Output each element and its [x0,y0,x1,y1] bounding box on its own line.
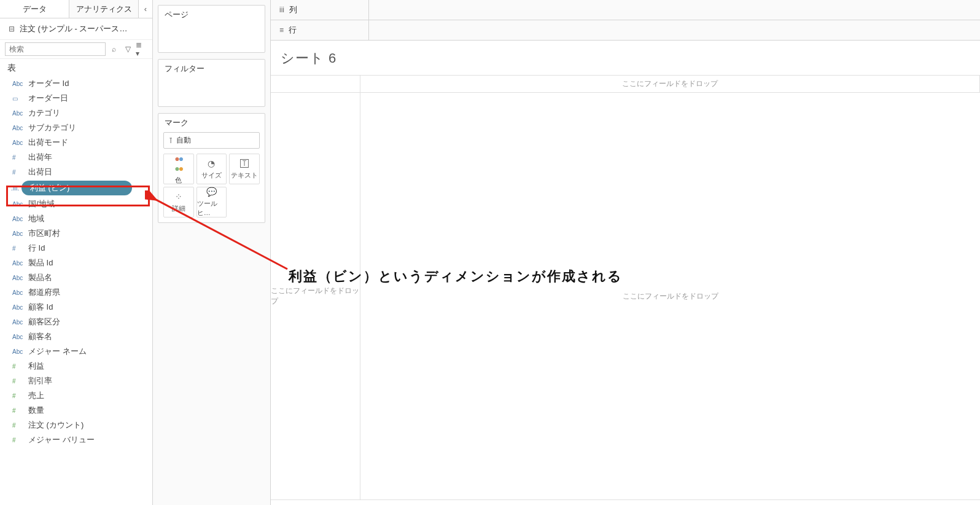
filters-card[interactable]: フィルター [158,59,265,107]
color-icon: ●●●● [174,154,182,173]
marks-color-label: 色 [175,176,182,185]
marks-detail-button[interactable]: ⁘ 詳細 [163,187,194,217]
datasource-icon: ⊟ [7,25,16,33]
field-item[interactable]: Abcカテゴリ [0,106,152,120]
rows-icon: ≡ [279,26,284,34]
search-input[interactable] [5,42,106,56]
marks-text-label: テキスト [231,171,258,180]
main-area: iii 列 ≡ 行 シート 6 ここにフィールドをドロップ ここにフィールドをド… [271,0,980,505]
view-mode-icon[interactable]: ≣ ▾ [136,42,147,56]
columns-label: 列 [289,4,297,15]
field-label: 顧客区分 [28,316,60,327]
marks-tooltip-button[interactable]: 💬 ツールヒ… [196,187,227,217]
field-item[interactable]: Abcサブカテゴリ [0,120,152,135]
field-list: Abcオーダー Id▭オーダー日AbcカテゴリAbcサブカテゴリAbc出荷モード… [0,75,152,505]
viz-drop-columns[interactable]: ここにフィールドをドロップ [360,76,980,93]
field-label: 国/地域 [28,198,55,209]
drop-text-columns: ここにフィールドをドロップ [622,79,718,89]
sidebar-tabs: データ アナリティクス ‹ [0,0,152,18]
columns-shelf[interactable]: iii 列 [271,0,980,20]
field-item[interactable]: #売上 [0,388,152,403]
marks-color-button[interactable]: ●●●● 色 [163,154,194,184]
field-item[interactable]: Abc顧客名 [0,329,152,344]
field-label: 顧客名 [28,331,52,342]
field-item[interactable]: #出荷日 [0,165,152,179]
viz-drop-main[interactable]: ここにフィールドをドロップ [360,93,980,500]
chevron-left-icon: ‹ [144,4,147,14]
field-item[interactable]: Abc地域 [0,211,152,226]
viz-drop-rows[interactable]: ここにフィールドをドロップ [271,93,360,500]
data-sidebar: データ アナリティクス ‹ ⊟ 注文 (サンプル - スーパース… ⌕ ▽ ≣ … [0,0,153,505]
field-item-profit-bin[interactable]: .ılı. 利益 (ビン) [0,179,152,197]
field-pill-profit-bin: 利益 (ビン) [21,181,132,195]
field-item[interactable]: #利益 [0,359,152,374]
field-item[interactable]: #割引率 [0,374,152,388]
field-label: 数量 [28,405,44,416]
field-label: 行 Id [28,243,45,254]
rows-label: 行 [289,25,297,36]
field-label: 利益 [28,361,44,372]
collapse-sidebar-button[interactable]: ‹ [139,0,152,18]
field-label: 市区町村 [28,228,60,239]
marks-size-button[interactable]: ◔ サイズ [196,154,227,184]
field-label: 出荷年 [28,152,52,163]
field-label: 製品 Id [28,257,53,268]
field-item[interactable]: Abc顧客区分 [0,315,152,329]
field-item[interactable]: Abc都道府県 [0,285,152,300]
field-item[interactable]: Abcメジャー ネーム [0,344,152,359]
field-label: オーダー日 [28,93,68,104]
field-item[interactable]: Abc出荷モード [0,135,152,150]
field-item[interactable]: #行 Id [0,241,152,256]
cards-column: ページ フィルター マーク ⊺ 自動 ●●●● 色 ◔ サイズ 🅃 [153,0,271,505]
field-item[interactable]: Abc顧客 Id [0,300,152,315]
tab-data[interactable]: データ [0,0,69,18]
filter-icon[interactable]: ▽ [122,42,134,56]
datasource-row[interactable]: ⊟ 注文 (サンプル - スーパース… [0,18,152,39]
field-item[interactable]: Abc市区町村 [0,226,152,241]
viz-drop-grid: ここにフィールドをドロップ ここにフィールドをドロップ ここにフィールドをドロッ… [271,75,980,500]
field-item[interactable]: Abc製品名 [0,270,152,285]
field-item[interactable]: #出荷年 [0,150,152,165]
field-label: オーダー Id [28,78,69,89]
tooltip-icon: 💬 [206,187,217,197]
field-label: 売上 [28,390,44,401]
drop-text-rows: ここにフィールドをドロップ [271,286,360,307]
pages-card-title: ページ [158,6,265,24]
detail-icon: ⁘ [175,192,182,202]
field-item[interactable]: #メジャー バリュー [0,433,152,447]
tab-analytics[interactable]: アナリティクス [69,0,139,18]
mark-type-label: 自動 [176,135,191,146]
field-label: 出荷モード [28,137,68,148]
size-icon: ◔ [208,159,215,168]
field-label: 注文 (カウント) [28,420,84,431]
columns-icon: iii [279,6,284,14]
field-item[interactable]: #注文 (カウント) [0,418,152,433]
field-item[interactable]: Abcオーダー Id [0,76,152,91]
sheet-title[interactable]: シート 6 [271,49,980,75]
marks-detail-label: 詳細 [172,204,185,213]
rows-shelf[interactable]: ≡ 行 [271,20,980,41]
field-item[interactable]: #数量 [0,403,152,418]
auto-type-icon: ⊺ [169,136,173,145]
viz-corner[interactable] [271,76,360,93]
text-icon: 🅃 [240,159,249,168]
drop-text-main: ここにフィールドをドロップ [623,291,718,302]
field-item[interactable]: ▭オーダー日 [0,91,152,106]
field-label: 都道府県 [28,287,60,298]
marks-card-title: マーク [158,114,265,132]
field-label: 出荷日 [28,166,52,178]
field-label: サブカテゴリ [28,122,76,133]
filters-card-title: フィルター [158,60,265,78]
pages-card[interactable]: ページ [158,5,265,53]
datasource-name: 注文 (サンプル - スーパース… [20,23,128,34]
field-item[interactable]: Abc製品 Id [0,256,152,270]
field-label: メジャー バリュー [28,434,95,445]
field-label: 割引率 [28,375,52,386]
sheet-area: シート 6 ここにフィールドをドロップ ここにフィールドをドロップ ここにフィー… [271,41,980,505]
search-row: ⌕ ▽ ≣ ▾ [0,39,152,59]
marks-size-label: サイズ [201,171,222,180]
field-item[interactable]: Abc国/地域 [0,197,152,211]
mark-type-dropdown[interactable]: ⊺ 自動 [163,132,260,149]
search-icon[interactable]: ⌕ [108,42,120,56]
marks-text-button[interactable]: 🅃 テキスト [229,154,260,184]
